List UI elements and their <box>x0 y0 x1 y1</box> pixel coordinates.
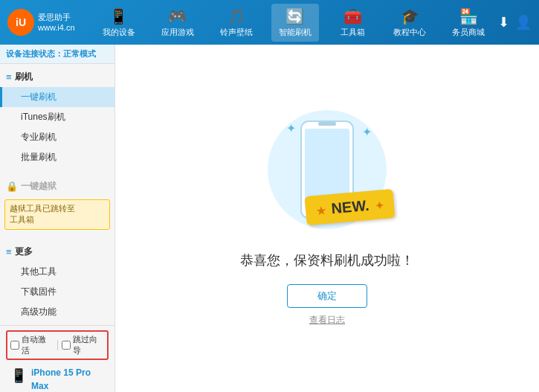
main-content: ✦ ✦ NEW. 恭喜您，保资料刷机成功啦！ 确定 查看日志 <box>115 45 539 392</box>
skip-guide-checkbox[interactable] <box>62 341 71 350</box>
view-log-button[interactable]: 查看日志 <box>309 314 345 327</box>
logo-area: iU 爱思助手 www.i4.cn <box>7 9 89 36</box>
nav-tab-smart-brush[interactable]: 🔄 智能刷机 <box>271 4 319 42</box>
nav-tabs: 📱 我的设备 🎮 应用游戏 🎵 铃声壁纸 🔄 智能刷机 🧰 工具箱 🎓 教程中心… <box>89 4 498 42</box>
sidebar-item-one-click-brush[interactable]: 一键刷机 <box>0 87 114 107</box>
sidebar-section-more: ≡ 更多 其他工具 下载固件 高级功能 <box>0 239 114 325</box>
checkbox-row: 自动激活 跳过向导 <box>6 330 109 360</box>
sidebar-section-brush: ≡ 刷机 一键刷机 iTunes刷机 专业刷机 批量刷机 <box>0 64 114 170</box>
nav-tab-business[interactable]: 🏪 务员商城 <box>445 4 492 42</box>
brush-section-icon: ≡ <box>6 71 12 83</box>
nav-tab-label-apps-games: 应用游戏 <box>161 27 194 38</box>
nav-tab-tutorials[interactable]: 🎓 教程中心 <box>386 4 433 42</box>
bottom-checkbox-area: 自动激活 跳过向导 📱 iPhone 15 Pro Max 512GB iPho… <box>0 325 114 392</box>
auto-activate-checkbox[interactable] <box>10 341 19 350</box>
checkbox-skip-guide[interactable]: 跳过向导 <box>62 334 104 356</box>
sidebar-item-itunes-brush[interactable]: iTunes刷机 <box>0 107 114 127</box>
nav-tab-toolbox[interactable]: 🧰 工具箱 <box>330 4 375 42</box>
nav-tab-icon-tutorials: 🎓 <box>401 7 419 25</box>
nav-tab-icon-apps-games: 🎮 <box>168 7 187 25</box>
nav-tab-label-my-device: 我的设备 <box>103 27 135 38</box>
sidebar-section-header-jailbreak: 🔒 一键越狱 <box>0 176 114 196</box>
nav-tab-my-device[interactable]: 📱 我的设备 <box>95 4 143 42</box>
download-icon[interactable]: ⬇ <box>498 14 509 30</box>
nav-tab-label-smart-brush: 智能刷机 <box>279 27 312 38</box>
nav-tab-ringtones[interactable]: 🎵 铃声壁纸 <box>213 4 260 42</box>
nav-tab-icon-ringtones: 🎵 <box>227 7 245 25</box>
nav-tab-label-ringtones: 铃声壁纸 <box>220 27 253 38</box>
nav-tab-icon-business: 🏪 <box>459 7 478 25</box>
device-name: iPhone 15 Pro Max <box>31 366 104 392</box>
user-icon[interactable]: 👤 <box>515 14 532 30</box>
device-info: iPhone 15 Pro Max 512GB iPhone <box>31 366 104 392</box>
sidebar-item-download-firmware[interactable]: 下载固件 <box>0 282 114 302</box>
nav-tab-icon-smart-brush: 🔄 <box>285 7 304 25</box>
logo-text: 爱思助手 www.i4.cn <box>38 12 75 33</box>
status-bar: 设备连接状态：正常模式 <box>0 45 114 64</box>
device-phone-icon: 📱 <box>10 367 27 384</box>
nav-tab-label-business: 务员商城 <box>452 27 485 38</box>
checkbox-divider <box>57 340 58 350</box>
checkbox-auto-activate[interactable]: 自动激活 <box>10 334 53 356</box>
sidebar-item-pro-brush[interactable]: 专业刷机 <box>0 127 114 147</box>
nav-tab-label-tutorials: 教程中心 <box>393 27 426 38</box>
svg-rect-2 <box>318 122 336 126</box>
sparkle-tr-icon: ✦ <box>362 125 372 139</box>
device-item: 📱 iPhone 15 Pro Max 512GB iPhone <box>6 363 109 392</box>
success-text: 恭喜您，保资料刷机成功啦！ <box>240 251 414 269</box>
jailbreak-note: 越狱工具已跳转至 工具箱 <box>4 199 110 230</box>
sidebar: 设备连接状态：正常模式 ≡ 刷机 一键刷机 iTunes刷机 专业刷机 批量刷机… <box>0 45 115 392</box>
nav-tab-apps-games[interactable]: 🎮 应用游戏 <box>154 4 201 42</box>
svg-rect-1 <box>305 129 349 203</box>
sidebar-section-header-more: ≡ 更多 <box>0 242 114 262</box>
sidebar-section-jailbreak: 🔒 一键越狱 越狱工具已跳转至 工具箱 <box>0 173 114 236</box>
logo-icon: iU <box>7 9 34 36</box>
lock-icon: 🔒 <box>6 181 18 192</box>
success-illustration: ✦ ✦ NEW. <box>268 110 387 237</box>
phone-circle: ✦ ✦ NEW. <box>268 110 387 229</box>
sparkle-tl-icon: ✦ <box>286 121 296 135</box>
main-layout: 设备连接状态：正常模式 ≡ 刷机 一键刷机 iTunes刷机 专业刷机 批量刷机… <box>0 45 539 392</box>
sidebar-item-other-tools[interactable]: 其他工具 <box>0 262 114 282</box>
header: iU 爱思助手 www.i4.cn 📱 我的设备 🎮 应用游戏 🎵 铃声壁纸 🔄… <box>0 0 539 45</box>
sidebar-section-header-brush: ≡ 刷机 <box>0 67 114 87</box>
nav-tab-icon-my-device: 📱 <box>109 7 128 25</box>
nav-tab-icon-toolbox: 🧰 <box>343 7 362 25</box>
nav-tab-label-toolbox: 工具箱 <box>340 27 365 38</box>
sidebar-item-batch-brush[interactable]: 批量刷机 <box>0 147 114 167</box>
sidebar-item-advanced[interactable]: 高级功能 <box>0 302 114 322</box>
more-section-icon: ≡ <box>6 246 12 257</box>
confirm-button[interactable]: 确定 <box>287 284 367 308</box>
header-right-icons: ⬇ 👤 <box>498 14 532 30</box>
